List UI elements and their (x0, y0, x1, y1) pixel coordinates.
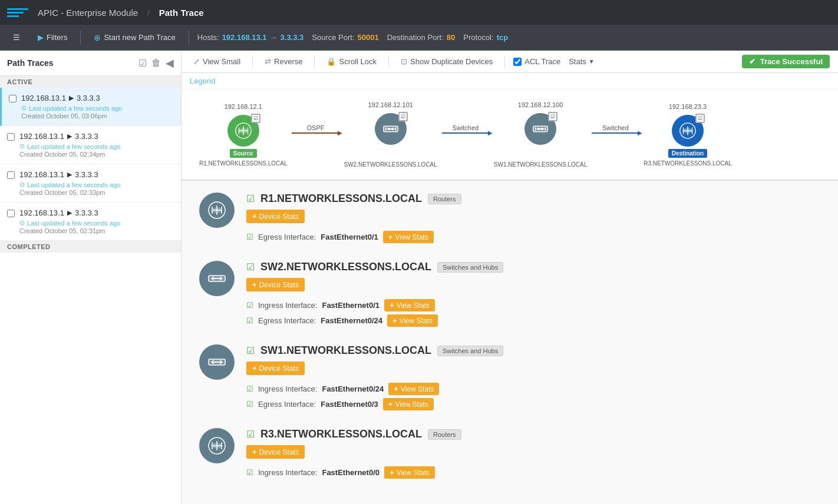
hosts-label: Hosts: (197, 33, 219, 42)
iface-check-icon: ☑ (246, 316, 253, 325)
trace-dst: 3.3.3.3 (75, 132, 98, 141)
trace-checkbox[interactable] (9, 95, 17, 102)
trace-item[interactable]: 192.168.13.1 ▶ 3.3.3.3 ⊙ Last updated a … (0, 164, 181, 203)
view-small-label: View Small (203, 57, 240, 66)
trace-route: 192.168.13.1 ▶ 3.3.3.3 (21, 94, 174, 102)
device-name-row: ☑ R3.NETWORKLESSONS.LOCAL Routers (246, 428, 820, 440)
clock-icon: ⊙ (21, 104, 27, 112)
trace-item[interactable]: 192.168.13.1 ▶ 3.3.3.3 ⊙ Last updated a … (0, 126, 181, 164)
main-layout: Path Traces ☑ 🗑 ◀ ACTIVE 192.168.13.1 ▶ … (0, 51, 838, 504)
scroll-lock-label: Scroll Lock (339, 57, 377, 66)
scroll-lock-button[interactable]: 🔒 Scroll Lock (323, 55, 380, 68)
delete-icon[interactable]: 🗑 (151, 58, 161, 68)
detail-area: ☑ R1.NETWORKLESSONS.LOCAL Routers + Devi… (182, 181, 838, 504)
interface-row: ☑ Egress Interface: FastEthernet0/1 + Vi… (246, 231, 820, 243)
view-stats-button[interactable]: + View Stats (387, 314, 438, 327)
diagram-node[interactable]: 192.168.12.101 ☑ SW2.NETWORKLESSONS.LOCA… (344, 101, 437, 168)
view-stats-button[interactable]: + View Stats (388, 383, 439, 395)
legend-link[interactable]: Legend (190, 77, 215, 85)
connection-label: Switched (602, 124, 629, 131)
legend-bar: Legend (182, 73, 838, 89)
trace-updated: ⊙ Last updated a few seconds ago (19, 181, 174, 188)
iface-direction: Ingress Interface: (258, 384, 317, 393)
device-stats-label: Device Stats (259, 281, 299, 289)
sidebar-actions: ☑ 🗑 ◀ (138, 57, 174, 69)
clock-icon: ⊙ (19, 181, 25, 188)
diagram-node[interactable]: 192.168.23.3 ☑ Destination R3.NETWORKLES… (644, 103, 731, 167)
trace-content: 192.168.13.1 ▶ 3.3.3.3 ⊙ Last updated a … (19, 170, 174, 196)
view-stats-label: View Stats (395, 400, 428, 409)
collapse-sidebar-icon[interactable]: ◀ (166, 57, 174, 69)
trace-item[interactable]: 192.168.13.1 ▶ 3.3.3.3 ⊙ Last updated a … (0, 203, 181, 241)
menu-button[interactable]: ☰ (8, 31, 25, 44)
interface-row: ☑ Egress Interface: FastEthernet0/3 + Vi… (246, 398, 820, 410)
stats-plus-icon: + (252, 280, 257, 289)
dst-port-info: Destination Port: 80 (387, 33, 456, 42)
node-icon: ☑ (227, 115, 259, 147)
acl-checkbox[interactable] (513, 58, 522, 66)
src-port-label: Source Port: (312, 33, 354, 42)
stats-plus-icon: + (252, 212, 257, 221)
device-info: ☑ R3.NETWORKLESSONS.LOCAL Routers + Devi… (246, 428, 820, 479)
view-stats-label: View Stats (401, 385, 434, 393)
iface-name: FastEthernet0/1 (322, 301, 380, 310)
device-name: SW1.NETWORKLESSONS.LOCAL (260, 344, 431, 357)
route-arrow-icon: ▶ (67, 132, 72, 140)
diagram-node[interactable]: 192.168.12.1 ☑ Source R1.NETWORKLESSONS.… (199, 103, 287, 167)
caret-down-icon: ▼ (589, 58, 595, 65)
diagram-connection: Switched (587, 124, 644, 134)
view-small-button[interactable]: ⤢ View Small (190, 55, 244, 68)
plus-icon: + (388, 233, 393, 241)
interface-row: ☑ Ingress Interface: FastEthernet0/0 + V… (246, 466, 820, 479)
iface-direction: Egress Interface: (258, 316, 316, 325)
node-badge: ☑ (251, 114, 260, 123)
iface-name: FastEthernet0/1 (321, 233, 378, 241)
view-stats-button[interactable]: + View Stats (383, 398, 434, 410)
iface-name: FastEthernet0/3 (321, 400, 378, 409)
duplicate-icon: ⊡ (401, 57, 407, 66)
check-all-icon[interactable]: ☑ (138, 58, 147, 69)
connection-arrow (442, 132, 489, 134)
filters-button[interactable]: ▶ Filters (33, 31, 72, 44)
node-label-tag: Source (230, 149, 257, 158)
reverse-button[interactable]: ⇄ Reverse (261, 55, 306, 68)
sub-sep-1 (252, 56, 253, 68)
view-stats-button[interactable]: + View Stats (384, 466, 435, 479)
stats-button[interactable]: Stats ▼ (569, 57, 595, 66)
view-stats-button[interactable]: + View Stats (384, 299, 435, 311)
start-path-trace-button[interactable]: ⊕ Start new Path Trace (89, 31, 180, 45)
stats-plus-icon: + (252, 364, 257, 373)
show-duplicates-label: Show Duplicate Devices (410, 57, 493, 66)
show-duplicates-button[interactable]: ⊡ Show Duplicate Devices (397, 55, 496, 68)
trace-route: 192.168.13.1 ▶ 3.3.3.3 (19, 170, 174, 179)
trace-checkbox[interactable] (7, 133, 15, 141)
route-arrow-icon: ▶ (69, 94, 74, 102)
cisco-logo (7, 4, 28, 21)
device-stats-button[interactable]: + Device Stats (246, 278, 305, 291)
plus-circle-icon: ⊕ (94, 33, 101, 42)
dst-port-label: Destination Port: (387, 33, 444, 42)
device-stats-button[interactable]: + Device Stats (246, 445, 305, 459)
plus-icon: + (388, 400, 393, 409)
device-icon (199, 428, 235, 463)
device-stats-button[interactable]: + Device Stats (246, 362, 305, 375)
src-port-info: Source Port: 50001 (312, 33, 378, 42)
toolbar-sep-1 (80, 31, 81, 45)
plus-icon: + (390, 301, 394, 310)
dst-port-val: 80 (447, 33, 455, 42)
device-check-icon: ☑ (246, 345, 255, 356)
trace-checkbox[interactable] (7, 210, 15, 217)
sidebar-header: Path Traces ☑ 🗑 ◀ (0, 51, 181, 76)
view-stats-label: View Stats (397, 301, 430, 310)
device-type-badge: Routers (428, 429, 461, 440)
sidebar-title: Path Traces (7, 58, 54, 68)
node-name: SW2.NETWORKLESSONS.LOCAL (344, 161, 437, 168)
trace-checkbox[interactable] (7, 171, 15, 179)
diagram-node[interactable]: 192.168.12.100 ☑ SW1.NETWORKLESSONS.LOCA… (494, 101, 587, 168)
acl-trace-toggle[interactable]: ACL Trace (513, 57, 560, 66)
view-stats-button[interactable]: + View Stats (383, 231, 434, 243)
device-stats-button[interactable]: + Device Stats (246, 210, 305, 223)
interface-row: ☑ Egress Interface: FastEthernet0/24 + V… (246, 314, 820, 327)
trace-item[interactable]: 192.168.13.1 ▶ 3.3.3.3 ⊙ Last updated a … (0, 88, 181, 126)
trace-created: Created October 05, 03:06pm (21, 112, 174, 120)
